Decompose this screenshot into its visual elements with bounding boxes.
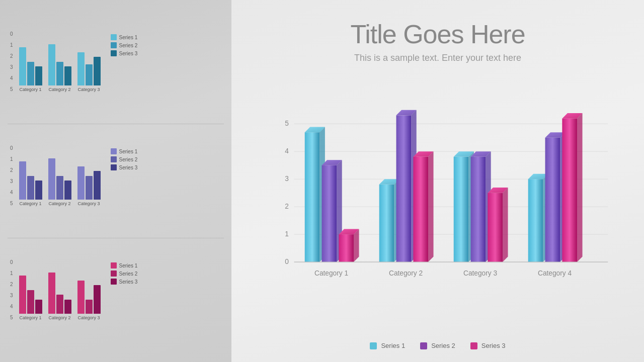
mini-bar (27, 290, 34, 314)
bar-side-c3-s3 (503, 188, 508, 262)
legend-item-s2: Series 2 (111, 156, 138, 162)
mini-bar (35, 180, 42, 200)
y-label: 3 (10, 65, 13, 70)
legend-color (111, 164, 117, 170)
bar-c2-s2 (396, 116, 412, 262)
y-label: 1 (10, 157, 13, 162)
bar-c1-s2 (322, 165, 337, 262)
mini-bar (48, 44, 55, 85)
mini-chart-section-1: 5 4 3 2 1 0 Category 1 (8, 10, 224, 124)
legend-item-s2: Series 2 (111, 270, 138, 277)
mini-bar-cat-1: Category 1 (19, 161, 42, 206)
legend-label: Series 1 (119, 35, 138, 40)
legend-color (111, 270, 117, 277)
y-label: 1 (10, 43, 13, 48)
main-legend: Series 1 Series 2 Series 3 (252, 342, 624, 352)
bar-side-c4-s3 (577, 113, 583, 262)
mini-bar (64, 300, 71, 314)
mini-y-axis-1: 5 4 3 2 1 0 (10, 32, 13, 102)
mini-chart-wrapper-3: 5 4 3 2 1 0 Category 1 (10, 260, 221, 330)
legend-item-s1: Series 1 (111, 148, 138, 154)
mini-bar (64, 66, 71, 85)
y-label: 3 (10, 179, 13, 184)
legend-color-s3 (470, 342, 477, 349)
mini-bar (56, 176, 63, 200)
main-subtitle: This is a sample text. Enter your text h… (252, 53, 624, 63)
svg-text:Category 2: Category 2 (389, 269, 423, 277)
mini-bar (94, 171, 101, 200)
mini-bar-cat-3: Category 3 (77, 52, 101, 92)
title-section: Title Goes Here This is a sample text. E… (252, 20, 624, 63)
bar-c4-s3 (562, 119, 577, 262)
mini-bar (86, 300, 93, 314)
mini-y-axis-3: 5 4 3 2 1 0 (10, 260, 13, 330)
svg-text:3: 3 (285, 175, 289, 183)
mini-bar (48, 158, 55, 200)
mini-chart-section-3: 5 4 3 2 1 0 Category 1 (8, 238, 224, 352)
mini-bars-group-2: Category 1 Category 2 (19, 146, 101, 216)
mini-bar (35, 66, 42, 85)
bar-c1-s3 (339, 234, 354, 262)
legend-color (111, 262, 117, 268)
mini-bar (77, 166, 85, 200)
mini-bar (64, 180, 71, 200)
y-label: 2 (10, 168, 13, 173)
svg-text:4: 4 (285, 148, 289, 155)
legend-item-s3: Series 3 (111, 164, 138, 170)
y-label: 5 (10, 201, 13, 206)
mini-bar-cat-2: Category 2 (48, 273, 71, 320)
cat-label: Category 3 (78, 201, 100, 206)
legend-color (111, 148, 117, 154)
svg-text:Category 3: Category 3 (463, 269, 498, 277)
bar-side-c1-s3 (354, 229, 359, 262)
legend-item-s3: Series 3 (111, 50, 138, 56)
legend-label: Series 1 (119, 149, 138, 154)
mini-bar-group (19, 47, 42, 85)
svg-text:1: 1 (285, 231, 289, 238)
bar-c4-s1 (528, 179, 543, 262)
svg-text:Category 1: Category 1 (314, 269, 348, 277)
main-chart-container: 0 1 2 3 4 5 (252, 78, 624, 339)
bar-c3-s2 (471, 157, 486, 262)
legend-color-s2 (420, 342, 427, 349)
cat-label: Category 3 (78, 87, 100, 92)
mini-bars-group-3: Category 1 Category 2 (19, 260, 101, 330)
legend-label: Series 3 (119, 51, 138, 56)
main-legend-item-s3: Series 3 (470, 342, 506, 349)
svg-text:2: 2 (285, 203, 289, 211)
main-title: Title Goes Here (252, 20, 624, 49)
legend-item-s1: Series 1 (111, 262, 138, 268)
legend-color-s1 (370, 342, 377, 349)
legend-label: Series 2 (119, 43, 138, 48)
legend-label: Series 2 (119, 157, 138, 162)
bar-c3-s1 (454, 157, 469, 262)
mini-bar (27, 176, 34, 200)
mini-legend-3: Series 1 Series 2 Series 3 (111, 262, 138, 285)
bar-c2-s1 (379, 185, 394, 262)
y-label: 4 (10, 76, 13, 81)
mini-bar-cat-3: Category 3 (77, 166, 101, 206)
mini-bar-cat-1: Category 1 (19, 276, 42, 320)
y-label: 4 (10, 190, 13, 195)
mini-bar-group (48, 158, 71, 200)
mini-bar-cat-1: Category 1 (19, 47, 42, 92)
mini-bar (27, 62, 34, 85)
mini-bar (77, 52, 85, 85)
legend-label: Series 2 (119, 271, 138, 277)
mini-bar-group (48, 273, 71, 314)
y-label: 5 (10, 315, 13, 320)
legend-color (111, 156, 117, 162)
cat-label: Category 2 (49, 87, 71, 92)
legend-label: Series 3 (119, 279, 138, 285)
legend-color (111, 50, 117, 56)
legend-color (111, 42, 117, 48)
mini-bar-group (19, 161, 42, 200)
mini-bar-group (77, 52, 101, 85)
legend-label-s3: Series 3 (481, 342, 506, 349)
right-panel: Title Goes Here This is a sample text. E… (231, 0, 644, 362)
svg-text:Category 4: Category 4 (538, 269, 572, 277)
bar-c2-s3 (413, 157, 428, 262)
mini-bar-cat-2: Category 2 (48, 158, 71, 206)
legend-label-s1: Series 1 (381, 342, 405, 349)
mini-chart-wrapper-2: 5 4 3 2 1 0 Category 1 (10, 146, 221, 216)
